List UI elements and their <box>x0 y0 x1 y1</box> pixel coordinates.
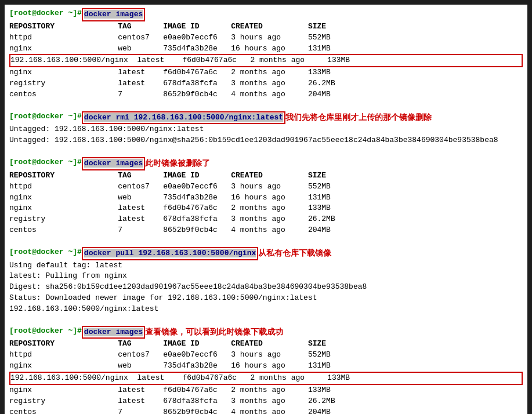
table-header: REPOSITORY TAG IMAGE ID CREATED SIZE <box>9 170 523 181</box>
comment: 从私有仓库下载镜像 <box>258 247 331 259</box>
comment: 查看镜像，可以看到此时镜像下载成功 <box>145 326 283 337</box>
table-row: registry latest 678dfa38fcfa 3 months ag… <box>9 214 523 225</box>
table-row: latest: Pulling from nginx <box>9 271 523 282</box>
table-row: centos 7 8652b9f0cb4c 4 months ago 204MB <box>9 225 523 236</box>
table-row: httpd centos7 e0ae0b7eccf6 3 hours ago 5… <box>9 350 523 361</box>
prompt: [root@docker ~]# <box>9 8 82 19</box>
table-row: nginx latest f6d0b4767a6c 2 months ago 1… <box>9 385 523 396</box>
comment: 此时镜像被删除了 <box>145 157 210 169</box>
table-row-highlighted: 192.168.163.100:5000/nginx latest f6d0b4… <box>9 372 523 385</box>
table-header: REPOSITORY TAG IMAGE ID CREATED SIZE <box>9 339 523 350</box>
terminal-window: [root@docker ~]#docker imagesREPOSITORY … <box>5 5 527 414</box>
table-row: registry latest 678dfa38fcfa 3 months ag… <box>9 78 523 89</box>
command: docker rmi 192.168.163.100:5000/nginx:la… <box>82 111 285 125</box>
command: docker images <box>82 157 145 170</box>
table-row: nginx web 735d4fa3b28e 16 hours ago 131M… <box>9 193 523 204</box>
table-row: nginx latest f6d0b4767a6c 2 months ago 1… <box>9 203 523 214</box>
table-row: httpd centos7 e0ae0b7eccf6 3 hours ago 5… <box>9 181 523 193</box>
table-row: Status: Downloaded newer image for 192.1… <box>9 293 523 304</box>
command: docker images <box>82 326 145 339</box>
table-row-highlighted: 192.168.163.100:5000/nginx latest f6d0b4… <box>9 54 523 67</box>
table-row: Using default tag: latest <box>9 260 523 271</box>
table-row: 192.168.163.100:5000/nginx:latest <box>9 304 523 315</box>
table-header: REPOSITORY TAG IMAGE ID CREATED SIZE <box>9 21 523 32</box>
prompt: [root@docker ~]# <box>9 326 82 337</box>
command: docker pull 192.168.163.100:5000/nginx <box>82 247 258 260</box>
table-row: centos 7 8652b9f0cb4c 4 months ago 204MB <box>9 89 523 100</box>
table-row: nginx web 735d4fa3b28e 16 hours ago 131M… <box>9 361 523 372</box>
table-row: registry latest 678dfa38fcfa 3 months ag… <box>9 396 523 407</box>
table-row: httpd centos7 e0ae0b7eccf6 3 hours ago 5… <box>9 32 523 43</box>
comment: 我们先将仓库里刚才上传的那个镜像删除 <box>285 111 432 123</box>
prompt: [root@docker ~]# <box>9 111 82 122</box>
table-row: Untagged: 192.168.163.100:5000/nginx:lat… <box>9 124 523 135</box>
table-row: Digest: sha256:0b159cd1ee1203dad901967ac… <box>9 282 523 293</box>
table-row: nginx latest f6d0b4767a6c 2 months ago 1… <box>9 67 523 78</box>
prompt: [root@docker ~]# <box>9 247 82 258</box>
prompt: [root@docker ~]# <box>9 157 82 168</box>
table-row: centos 7 8652b9f0cb4c 4 months ago 204MB <box>9 407 523 414</box>
command: docker images <box>82 8 145 21</box>
table-row: nginx web 735d4fa3b28e 16 hours ago 131M… <box>9 43 523 55</box>
table-row: Untagged: 192.168.163.100:5000/nginx@sha… <box>9 135 523 146</box>
